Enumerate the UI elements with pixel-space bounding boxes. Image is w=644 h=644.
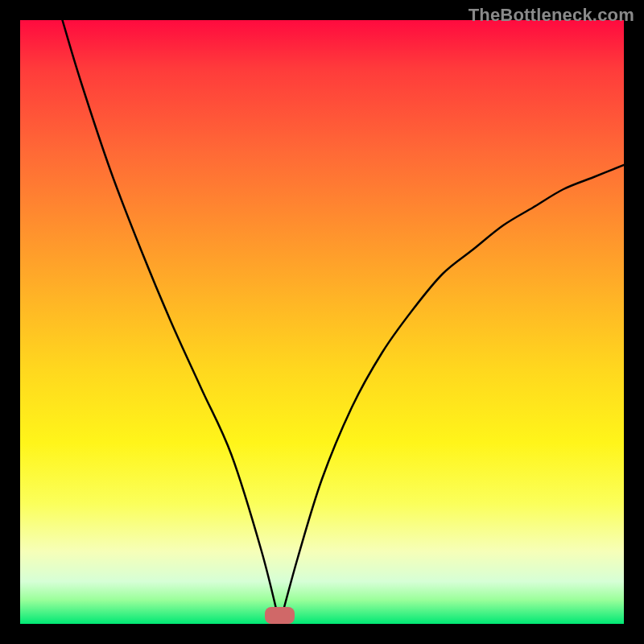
optimal-marker — [265, 607, 295, 624]
watermark: TheBottleneck.com — [469, 5, 634, 26]
bottleneck-curve — [20, 20, 624, 624]
plot-area — [20, 20, 624, 624]
chart-frame: TheBottleneck.com — [0, 0, 644, 644]
